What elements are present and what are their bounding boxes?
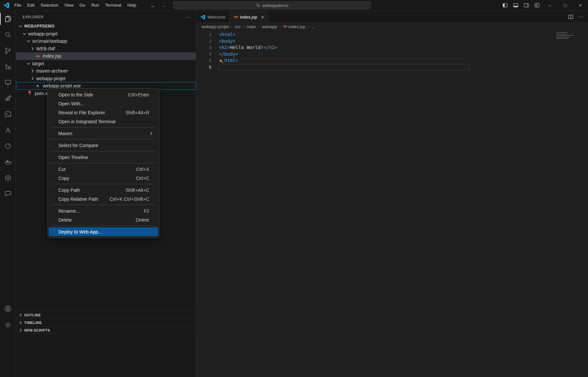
tree-item-web-inf[interactable]: WEB-INF xyxy=(16,45,196,53)
more-actions-icon[interactable]: ··· xyxy=(578,14,583,20)
section-npm-scripts[interactable]: NPM SCRIPTS xyxy=(16,326,196,334)
toggle-secondary-sidebar-icon[interactable] xyxy=(521,0,532,11)
docker-icon[interactable] xyxy=(0,154,16,170)
breadcrumb-item-main[interactable]: main xyxy=(247,24,256,29)
tree-item-src-main-webapp[interactable]: src\main\webapp xyxy=(16,37,196,45)
code-line-4[interactable]: 4</body> xyxy=(196,51,588,58)
split-editor-icon[interactable] xyxy=(568,14,573,20)
tree-item-webapp-projet[interactable]: webapp-projet xyxy=(16,75,196,82)
menu-item-delete[interactable]: DeleteDelete xyxy=(49,215,158,224)
breadcrumb-item-webapp[interactable]: webapp xyxy=(262,24,277,29)
gradle-icon[interactable] xyxy=(0,138,16,154)
line-number: 6 xyxy=(196,64,211,71)
breadcrumb-item--[interactable]: ... xyxy=(311,24,315,29)
history-arrows: ← → xyxy=(150,3,166,8)
menu-edit[interactable]: Edit xyxy=(24,0,37,11)
tree-item-target[interactable]: target xyxy=(16,60,196,68)
menu-item-reveal-in-file-explorer[interactable]: Reveal in File ExplorerShift+Alt+R xyxy=(49,108,158,117)
menu-terminal[interactable]: Terminal xyxy=(102,0,124,11)
code-editor[interactable]: 1<html>2<body>3<h2>Hello World!</h2>4</b… xyxy=(196,30,588,377)
azure-icon[interactable] xyxy=(0,122,16,138)
menu-item-shortcut: Ctrl+Enter xyxy=(128,92,149,97)
menu-go[interactable]: Go xyxy=(77,0,88,11)
menu-separator xyxy=(51,139,156,139)
menu-item-maven[interactable]: Maven xyxy=(49,129,158,138)
menu-help[interactable]: Help xyxy=(124,0,139,11)
menu-item-open-with[interactable]: Open With... xyxy=(49,99,158,108)
explorer-icon[interactable] xyxy=(0,11,16,27)
minimap[interactable] xyxy=(556,32,583,40)
toggle-sidebar-icon[interactable] xyxy=(500,0,510,11)
menu-separator xyxy=(51,127,156,128)
menu-item-copy-relative-path[interactable]: Copy Relative PathCtrl+K Ctrl+Shift+C xyxy=(49,194,158,203)
file-tree: WEBAPPDEMO webapp-projetsrc\main\webappW… xyxy=(16,23,196,97)
section-timeline[interactable]: TIMELINE xyxy=(16,319,196,326)
menu-file[interactable]: File xyxy=(11,0,24,11)
source-control-icon[interactable] xyxy=(0,43,16,59)
menu-view[interactable]: View xyxy=(61,0,77,11)
tab-index-jsp[interactable]: <> index.jsp × xyxy=(230,11,268,23)
code-line-6[interactable]: 6 xyxy=(196,64,588,71)
forward-arrow-icon[interactable]: → xyxy=(161,3,166,8)
tree-item-webapp-projet[interactable]: webapp-projet xyxy=(16,30,196,38)
breadcrumb-separator-icon: › xyxy=(258,24,260,29)
search-icon[interactable] xyxy=(0,27,16,43)
menu-item-label: Open to the Side xyxy=(58,92,93,97)
tree-item-index-jsp[interactable]: <>index.jsp xyxy=(16,52,196,60)
menu-separator xyxy=(51,184,156,184)
back-arrow-icon[interactable]: ← xyxy=(150,3,155,8)
tree-item-maven-archiver[interactable]: maven-archiver xyxy=(16,67,196,75)
current-line-highlight xyxy=(219,64,470,70)
menu-item-open-timeline[interactable]: Open Timeline xyxy=(49,153,158,162)
close-tab-icon[interactable]: × xyxy=(261,14,264,20)
menu-run[interactable]: Run xyxy=(88,0,102,11)
menu-item-deploy-to-web-app[interactable]: Deploy to Web App... xyxy=(49,227,158,236)
menu-item-rename[interactable]: Rename...F2 xyxy=(49,206,158,215)
code-line-1[interactable]: 1<html> xyxy=(196,31,588,38)
context-menu: Open to the SideCtrl+EnterOpen With...Re… xyxy=(47,88,159,238)
breadcrumb-item-index-jsp[interactable]: <>index.jsp xyxy=(283,24,305,29)
menu-separator xyxy=(51,151,156,151)
code-line-5[interactable]: 5html> xyxy=(196,57,588,64)
menu-item-label: Copy xyxy=(58,176,69,181)
kubernetes-icon[interactable] xyxy=(0,170,16,186)
menu-item-shortcut: Delete xyxy=(136,217,149,223)
menu-item-copy-path[interactable]: Copy PathShift+Alt+C xyxy=(49,186,158,194)
line-number: 5 xyxy=(196,57,211,64)
command-center-search[interactable]: webappdemo xyxy=(173,1,371,9)
sidebar-more-actions-icon[interactable]: ··· xyxy=(186,14,191,20)
tree-item-label: target xyxy=(32,61,44,66)
code-line-3[interactable]: 3<h2>Hello World!</h2> xyxy=(196,44,588,51)
settings-icon[interactable] xyxy=(0,317,16,333)
menu-item-select-for-compare[interactable]: Select for Compare xyxy=(49,141,158,150)
code-tag-token: <h2> xyxy=(219,44,230,51)
titlebar-actions: – □ × xyxy=(500,0,588,11)
run-debug-icon[interactable] xyxy=(0,59,16,75)
code-line-2[interactable]: 2<body> xyxy=(196,38,588,45)
toggle-panel-icon[interactable] xyxy=(510,0,521,11)
menu-item-cut[interactable]: CutCtrl+X xyxy=(49,165,158,174)
section-outline[interactable]: OUTLINE xyxy=(16,311,196,319)
sidebar-title: EXPLORER xyxy=(23,15,43,19)
section-label: NPM SCRIPTS xyxy=(24,328,50,332)
jsp-file-icon: <> xyxy=(35,53,40,59)
menu-selection[interactable]: Selection xyxy=(37,0,61,11)
close-button[interactable]: × xyxy=(573,0,588,11)
tab-welcome[interactable]: Welcome xyxy=(196,11,230,23)
tree-root-webappdemo[interactable]: WEBAPPDEMO xyxy=(16,23,196,30)
menu-item-open-in-integrated-terminal[interactable]: Open in Integrated Terminal xyxy=(49,117,158,126)
menu-item-shortcut: Ctrl+K Ctrl+Shift+C xyxy=(110,196,149,202)
customize-layout-icon[interactable] xyxy=(532,0,542,11)
maximize-button[interactable]: □ xyxy=(558,0,573,11)
menu-item-open-to-the-side[interactable]: Open to the SideCtrl+Enter xyxy=(49,90,158,99)
chevron-right-icon xyxy=(18,320,23,325)
accounts-icon[interactable] xyxy=(0,301,16,317)
remote-explorer-icon[interactable] xyxy=(0,75,16,90)
minimize-button[interactable]: – xyxy=(542,0,558,11)
terminal-icon[interactable] xyxy=(0,106,16,122)
breadcrumb-item-webapp-projet[interactable]: webapp-projet xyxy=(202,24,229,29)
breadcrumb-item-src[interactable]: src xyxy=(235,24,240,29)
extensions-icon[interactable] xyxy=(0,90,16,106)
comments-icon[interactable] xyxy=(0,186,16,202)
menu-item-copy[interactable]: CopyCtrl+C xyxy=(49,174,158,183)
